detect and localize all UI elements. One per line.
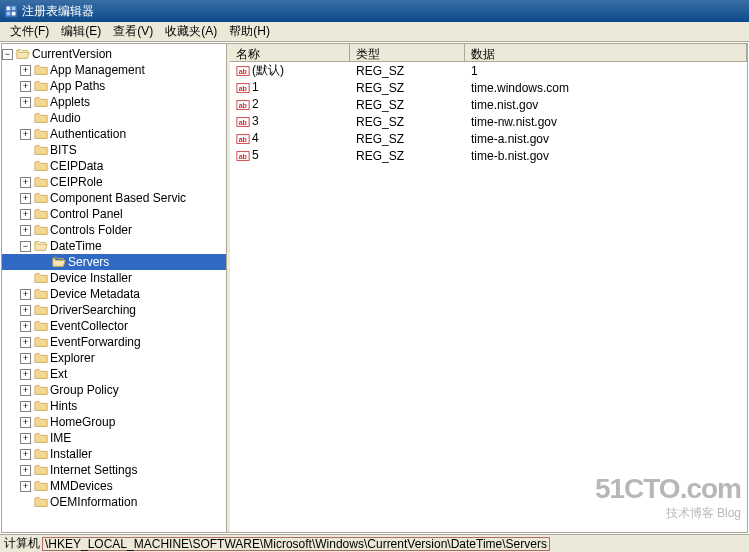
menu-edit[interactable]: 编辑(E) [55,21,107,42]
expand-icon[interactable]: + [20,337,31,348]
list-panel[interactable]: 名称 类型 数据 (默认)REG_SZ11REG_SZtime.windows.… [230,44,747,532]
tree-node[interactable]: +Applets [2,94,226,110]
tree-node[interactable]: +CEIPRole [2,174,226,190]
table-row[interactable]: 2REG_SZtime.nist.gov [230,96,747,113]
titlebar: 注册表编辑器 [0,0,749,22]
folder-icon [34,239,48,253]
tree-node[interactable]: +Explorer [2,350,226,366]
expand-icon[interactable]: + [20,353,31,364]
folder-icon [34,127,48,141]
tree-node[interactable]: +HomeGroup [2,414,226,430]
tree-node[interactable]: BITS [2,142,226,158]
table-row[interactable]: (默认)REG_SZ1 [230,62,747,79]
expand-icon[interactable]: + [20,321,31,332]
list-header: 名称 类型 数据 [230,44,747,62]
tree-node[interactable]: −CurrentVersion [2,46,226,62]
menu-help[interactable]: 帮助(H) [223,21,276,42]
tree-node[interactable]: +Ext [2,366,226,382]
expand-icon[interactable]: + [20,177,31,188]
tree-node[interactable]: Device Installer [2,270,226,286]
expand-icon[interactable]: + [20,417,31,428]
window-title: 注册表编辑器 [22,3,94,20]
expand-icon[interactable]: + [20,369,31,380]
expand-icon[interactable]: + [20,433,31,444]
tree-node[interactable]: −DateTime [2,238,226,254]
table-row[interactable]: 5REG_SZtime-b.nist.gov [230,147,747,164]
expand-icon[interactable]: + [20,449,31,460]
expand-icon[interactable]: + [20,209,31,220]
folder-icon [34,367,48,381]
col-header-type[interactable]: 类型 [350,44,465,61]
tree-node[interactable]: +EventForwarding [2,334,226,350]
folder-icon [34,175,48,189]
tree-label: Controls Folder [50,223,132,237]
cell-type: REG_SZ [350,63,465,79]
cell-name: 5 [230,147,350,164]
tree-node[interactable]: +App Paths [2,78,226,94]
tree-label: EventCollector [50,319,128,333]
expand-icon[interactable]: + [20,465,31,476]
tree-node[interactable]: CEIPData [2,158,226,174]
tree-node[interactable]: +Device Metadata [2,286,226,302]
tree-label: Applets [50,95,90,109]
tree-node[interactable]: +Component Based Servic [2,190,226,206]
expand-icon[interactable]: + [20,81,31,92]
cell-type: REG_SZ [350,80,465,96]
tree-node[interactable]: +DriverSearching [2,302,226,318]
tree-label: DriverSearching [50,303,136,317]
table-row[interactable]: 4REG_SZtime-a.nist.gov [230,130,747,147]
tree-node[interactable]: +IME [2,430,226,446]
folder-icon [34,303,48,317]
tree-node[interactable]: Servers [2,254,226,270]
tree-node[interactable]: Audio [2,110,226,126]
expand-icon[interactable]: + [20,129,31,140]
folder-icon [34,415,48,429]
expand-icon[interactable]: + [20,481,31,492]
tree-label: HomeGroup [50,415,115,429]
tree-node[interactable]: +App Management [2,62,226,78]
cell-type: REG_SZ [350,131,465,147]
tree-panel[interactable]: −CurrentVersion+App Management+App Paths… [2,44,227,532]
menu-favorites[interactable]: 收藏夹(A) [159,21,223,42]
string-value-icon [236,115,250,129]
string-value-icon [236,132,250,146]
tree-node[interactable]: +Group Policy [2,382,226,398]
tree-node[interactable]: +Installer [2,446,226,462]
collapse-icon[interactable]: − [20,241,31,252]
string-value-icon [236,98,250,112]
menu-view[interactable]: 查看(V) [107,21,159,42]
collapse-icon[interactable]: − [2,49,13,60]
regedit-icon [4,4,18,18]
expand-icon[interactable]: + [20,385,31,396]
tree-node[interactable]: +Internet Settings [2,462,226,478]
expand-icon[interactable]: + [20,289,31,300]
expand-icon[interactable]: + [20,225,31,236]
folder-icon [34,319,48,333]
table-row[interactable]: 3REG_SZtime-nw.nist.gov [230,113,747,130]
tree-node[interactable]: +Hints [2,398,226,414]
tree-node[interactable]: +Authentication [2,126,226,142]
menu-file[interactable]: 文件(F) [4,21,55,42]
tree-node[interactable]: +Control Panel [2,206,226,222]
expand-icon [20,161,31,172]
registry-tree[interactable]: −CurrentVersion+App Management+App Paths… [2,44,226,512]
statusbar: 计算机 \HKEY_LOCAL_MACHINE\SOFTWARE\Microso… [0,534,749,552]
expand-icon[interactable]: + [20,65,31,76]
tree-node[interactable]: +EventCollector [2,318,226,334]
folder-icon [34,159,48,173]
expand-icon[interactable]: + [20,97,31,108]
col-header-name[interactable]: 名称 [230,44,350,61]
tree-node[interactable]: OEMInformation [2,494,226,510]
tree-node[interactable]: +MMDevices [2,478,226,494]
tree-label: Device Installer [50,271,132,285]
cell-name: 1 [230,79,350,96]
expand-icon[interactable]: + [20,193,31,204]
expand-icon[interactable]: + [20,305,31,316]
string-value-icon [236,64,250,78]
tree-node[interactable]: +Controls Folder [2,222,226,238]
table-row[interactable]: 1REG_SZtime.windows.com [230,79,747,96]
col-header-data[interactable]: 数据 [465,44,747,61]
cell-name: 3 [230,113,350,130]
expand-icon[interactable]: + [20,401,31,412]
cell-data: time-b.nist.gov [465,148,747,164]
